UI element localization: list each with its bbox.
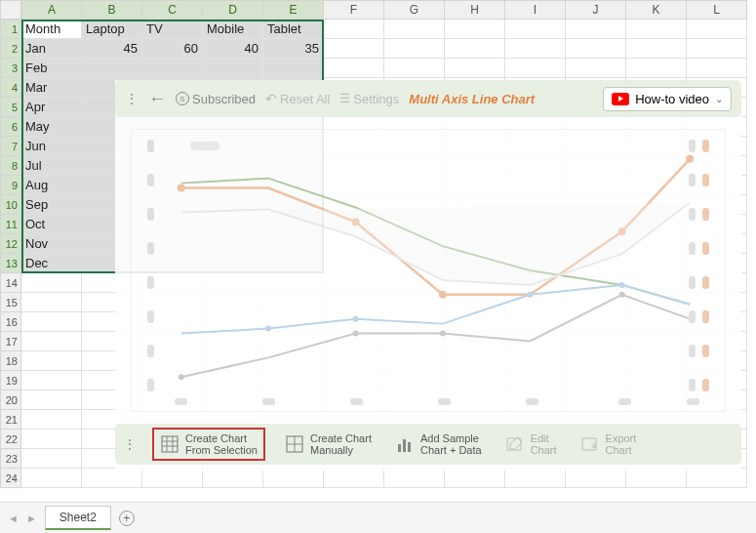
cell-A8[interactable]: Jul bbox=[21, 156, 82, 176]
cell-F1[interactable] bbox=[324, 20, 384, 39]
cell-A3[interactable]: Feb bbox=[21, 59, 82, 78]
cell-H24[interactable] bbox=[445, 469, 505, 488]
cell-A9[interactable]: Aug bbox=[21, 176, 82, 195]
col-header-J[interactable]: J bbox=[566, 0, 626, 20]
row-header-6[interactable]: 6 bbox=[0, 117, 21, 137]
row-header-13[interactable]: 13 bbox=[0, 254, 21, 273]
col-header-C[interactable]: C bbox=[142, 0, 203, 20]
cell-D2[interactable]: 40 bbox=[203, 39, 263, 59]
col-header-F[interactable]: F bbox=[324, 0, 384, 20]
cell-A10[interactable]: Sep bbox=[21, 195, 82, 215]
row-header-3[interactable]: 3 bbox=[0, 59, 21, 78]
cell-A17[interactable] bbox=[21, 332, 82, 351]
row-header-8[interactable]: 8 bbox=[0, 156, 21, 176]
row-header-20[interactable]: 20 bbox=[0, 390, 21, 410]
cell-J2[interactable] bbox=[566, 39, 626, 59]
back-arrow-icon[interactable]: ← bbox=[148, 89, 166, 109]
row-header-21[interactable]: 21 bbox=[0, 410, 21, 430]
cell-B24[interactable] bbox=[82, 469, 142, 488]
cell-E2[interactable]: 35 bbox=[263, 39, 324, 59]
cell-I2[interactable] bbox=[505, 39, 566, 59]
settings-button[interactable]: ☰ Settings bbox=[339, 92, 399, 106]
cell-A22[interactable] bbox=[21, 430, 82, 449]
edit-chart-button[interactable]: EditChart bbox=[501, 430, 561, 458]
cell-A23[interactable] bbox=[21, 449, 82, 469]
col-header-I[interactable]: I bbox=[505, 0, 566, 20]
cell-A1[interactable]: Month bbox=[21, 20, 82, 39]
create-chart-from-selection-button[interactable]: Create ChartFrom Selection bbox=[152, 428, 265, 461]
cell-A4[interactable]: Mar bbox=[21, 78, 82, 98]
cell-L3[interactable] bbox=[687, 59, 747, 78]
col-header-A[interactable]: A bbox=[21, 0, 82, 20]
cell-D24[interactable] bbox=[203, 469, 263, 488]
row-header-10[interactable]: 10 bbox=[0, 195, 21, 215]
cell-F3[interactable] bbox=[324, 59, 384, 78]
row-header-22[interactable]: 22 bbox=[0, 430, 21, 449]
row-header-9[interactable]: 9 bbox=[0, 176, 21, 195]
cell-A6[interactable]: May bbox=[21, 117, 82, 137]
tab-nav-prev-icon[interactable]: ◄ bbox=[8, 512, 19, 524]
row-header-2[interactable]: 2 bbox=[0, 39, 21, 59]
cell-D1[interactable]: Mobile bbox=[203, 20, 263, 39]
cell-E1[interactable]: Tablet bbox=[263, 20, 324, 39]
row-header-19[interactable]: 19 bbox=[0, 371, 21, 390]
cell-A20[interactable] bbox=[21, 390, 82, 410]
cell-C3[interactable] bbox=[142, 59, 203, 78]
cell-A13[interactable]: Dec bbox=[21, 254, 82, 273]
cell-A24[interactable] bbox=[21, 469, 82, 488]
row-header-24[interactable]: 24 bbox=[0, 469, 21, 488]
cell-K2[interactable] bbox=[626, 39, 687, 59]
row-header-16[interactable]: 16 bbox=[0, 312, 21, 332]
cell-F24[interactable] bbox=[324, 469, 384, 488]
subscribed-button[interactable]: S Subscribed bbox=[176, 92, 256, 106]
cell-A15[interactable] bbox=[21, 293, 82, 312]
row-header-1[interactable]: 1 bbox=[0, 20, 21, 39]
row-header-11[interactable]: 11 bbox=[0, 215, 21, 234]
add-sample-button[interactable]: Add SampleChart + Data bbox=[391, 430, 486, 458]
cell-D3[interactable] bbox=[203, 59, 263, 78]
cell-E3[interactable] bbox=[263, 59, 324, 78]
cell-H1[interactable] bbox=[445, 20, 505, 39]
row-header-15[interactable]: 15 bbox=[0, 293, 21, 312]
cell-A21[interactable] bbox=[21, 410, 82, 430]
cell-A2[interactable]: Jan bbox=[21, 39, 82, 59]
menu-dots-icon[interactable]: ⋮ bbox=[125, 91, 139, 106]
cell-A7[interactable]: Jun bbox=[21, 137, 82, 156]
cell-A14[interactable] bbox=[21, 273, 82, 293]
col-header-D[interactable]: D bbox=[203, 0, 263, 20]
cell-L1[interactable] bbox=[687, 20, 747, 39]
cell-H3[interactable] bbox=[445, 59, 505, 78]
cell-A16[interactable] bbox=[21, 312, 82, 332]
cell-G24[interactable] bbox=[384, 469, 445, 488]
cell-A11[interactable]: Oct bbox=[21, 215, 82, 234]
cell-B2[interactable]: 45 bbox=[82, 39, 142, 59]
col-header-B[interactable]: B bbox=[82, 0, 142, 20]
reset-button[interactable]: ↶ Reset All bbox=[265, 91, 330, 106]
cell-A5[interactable]: Apr bbox=[21, 98, 82, 117]
col-header-G[interactable]: G bbox=[384, 0, 445, 20]
cell-L2[interactable] bbox=[687, 39, 747, 59]
cell-K1[interactable] bbox=[626, 20, 687, 39]
cell-C1[interactable]: TV bbox=[142, 20, 203, 39]
row-header-23[interactable]: 23 bbox=[0, 449, 21, 469]
cell-I3[interactable] bbox=[505, 59, 566, 78]
row-header-7[interactable]: 7 bbox=[0, 137, 21, 156]
cell-E24[interactable] bbox=[263, 469, 324, 488]
howto-video-button[interactable]: How-to video ⌄ bbox=[603, 87, 732, 111]
row-header-18[interactable]: 18 bbox=[0, 351, 21, 371]
col-header-E[interactable]: E bbox=[263, 0, 324, 20]
cell-I24[interactable] bbox=[505, 469, 566, 488]
cell-J1[interactable] bbox=[566, 20, 626, 39]
col-header-K[interactable]: K bbox=[626, 0, 687, 20]
cell-F2[interactable] bbox=[324, 39, 384, 59]
export-chart-button[interactable]: ExportChart bbox=[577, 430, 641, 458]
row-header-17[interactable]: 17 bbox=[0, 332, 21, 351]
cell-K24[interactable] bbox=[626, 469, 687, 488]
cell-G2[interactable] bbox=[384, 39, 445, 59]
add-sheet-icon[interactable]: + bbox=[119, 511, 135, 526]
cell-B1[interactable]: Laptop bbox=[82, 20, 142, 39]
cell-I1[interactable] bbox=[505, 20, 566, 39]
create-chart-manually-button[interactable]: Create ChartManually bbox=[281, 430, 376, 458]
cell-A12[interactable]: Nov bbox=[21, 234, 82, 254]
cell-B3[interactable] bbox=[82, 59, 142, 78]
